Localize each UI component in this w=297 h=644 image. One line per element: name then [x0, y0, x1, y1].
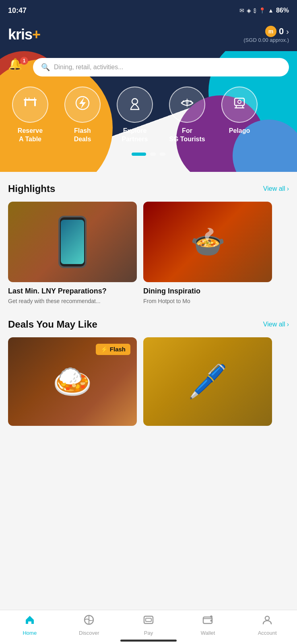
mail-icon: ✉ [239, 7, 244, 14]
pelago-icon [231, 94, 248, 115]
category-label: FlashDeals [74, 127, 91, 144]
category-explore-partners[interactable]: ExplorePartners [113, 87, 157, 144]
category-label: Pelago [229, 127, 250, 135]
logo-plus: + [32, 26, 41, 43]
location-icon: 📍 [259, 7, 266, 14]
view-all-arrow: › [287, 185, 289, 192]
home-icon [24, 614, 35, 628]
home-label: Home [23, 630, 37, 636]
nav-pay[interactable]: Pay [119, 614, 178, 636]
search-icon: 🔍 [41, 63, 50, 72]
status-icons: ✉ ◈ ₿ 📍 ▲ 86% [239, 7, 289, 14]
reserve-table-icon [21, 94, 39, 115]
svg-point-16 [210, 616, 212, 618]
sg-tourists-icon [178, 94, 196, 115]
phone-mockup [58, 216, 87, 268]
deal-card-1[interactable]: 🍛 ⚡ Flash [8, 337, 137, 426]
deals-section: Deals You May Like View all › 🍛 ⚡ Flash … [8, 319, 289, 426]
svg-point-17 [265, 616, 269, 620]
points-row[interactable]: m 0 › [265, 26, 289, 37]
highlight-desc-1: Get ready with these recommendat... [8, 298, 137, 304]
account-icon [262, 614, 273, 628]
svg-rect-13 [146, 618, 151, 621]
nav-home[interactable]: Home [0, 614, 60, 636]
svg-rect-1 [25, 101, 26, 106]
deals-view-all-arrow: › [287, 321, 289, 328]
wallet-label: Wallet [201, 630, 215, 636]
deal-card-2[interactable]: 🖊️ [143, 337, 272, 426]
category-reserve-table[interactable]: ReserveA Table [8, 87, 52, 144]
category-sg-tourists[interactable]: ForSG Tourists [165, 87, 209, 144]
category-circle [221, 87, 258, 123]
points-sgd: (SGD 0.00 approx.) [243, 37, 289, 43]
highlight-image-2: 🍲 [143, 202, 272, 282]
header-right: m 0 › (SGD 0.00 approx.) [243, 26, 289, 43]
deals-row: 🍛 ⚡ Flash 🖊️ [8, 337, 289, 426]
account-label: Account [258, 630, 277, 636]
highlight-card-2[interactable]: 🍲 Dining Inspiratio From Hotpot to Mo [143, 202, 272, 304]
flash-badge-1: ⚡ Flash [96, 344, 130, 355]
phone-screen [61, 220, 84, 264]
highlights-view-all[interactable]: View all › [263, 185, 289, 192]
search-box[interactable]: 🔍 Dining, retail, activities... [33, 58, 289, 76]
battery-text: 86% [276, 7, 289, 14]
highlight-title-1: Last Min. LNY Preparations? [8, 287, 137, 295]
carousel-dots [0, 153, 297, 156]
dot-1[interactable] [132, 153, 146, 156]
home-indicator [120, 640, 177, 642]
highlight-title-2: Dining Inspiratio [143, 287, 272, 295]
category-flash-deals[interactable]: FlashDeals [60, 87, 105, 144]
wallet-icon [202, 614, 214, 628]
crypto-icon: ◈ [247, 7, 251, 14]
flash-lightning-icon: ⚡ [101, 346, 108, 353]
category-circle [169, 87, 205, 123]
pay-label: Pay [144, 630, 153, 636]
notification-button[interactable]: 🔔 1 [8, 58, 27, 77]
discover-icon [83, 614, 95, 628]
category-circle [117, 87, 153, 123]
main-content: Highlights View all › Last Min. LNY Prep… [0, 172, 297, 470]
explore-partners-icon [126, 94, 144, 115]
status-bar: 10:47 ✉ ◈ ₿ 📍 ▲ 86% [0, 0, 297, 21]
nav-discover[interactable]: Discover [60, 614, 119, 636]
discover-label: Discover [79, 630, 99, 636]
points-arrow: › [286, 27, 289, 36]
search-placeholder: Dining, retail, activities... [54, 64, 124, 71]
nav-account[interactable]: Account [237, 614, 297, 636]
category-circle [12, 87, 48, 123]
logo-text: kris [8, 26, 32, 43]
deal-image-2: 🖊️ [143, 337, 272, 426]
svg-rect-2 [34, 101, 36, 106]
category-label: ReserveA Table [18, 127, 43, 144]
highlight-card-1[interactable]: Last Min. LNY Preparations? Get ready wi… [8, 202, 137, 304]
logo: kris + [8, 26, 41, 43]
m-badge: m [265, 26, 276, 37]
points-value: 0 [279, 26, 284, 37]
notification-badge: 1 [20, 57, 28, 65]
highlight-image-1 [8, 202, 137, 282]
svg-rect-8 [235, 98, 244, 105]
dot-2[interactable] [150, 153, 156, 156]
pay-icon [143, 614, 154, 628]
svg-rect-3 [25, 97, 26, 100]
search-row: 🔔 1 🔍 Dining, retail, activities... [0, 51, 297, 87]
deals-title: Deals You May Like [8, 319, 97, 330]
svg-rect-5 [29, 97, 29, 100]
category-pelago[interactable]: Pelago [217, 87, 262, 135]
categories-row: ReserveA Table FlashDeals [0, 87, 297, 144]
category-circle [64, 87, 101, 123]
status-time: 10:47 [8, 6, 27, 15]
dot-3[interactable] [160, 153, 165, 156]
svg-point-15 [210, 620, 212, 622]
category-label: ExplorePartners [122, 127, 148, 144]
highlights-header: Highlights View all › [8, 183, 289, 194]
deals-header: Deals You May Like View all › [8, 319, 289, 330]
deals-view-all[interactable]: View all › [263, 321, 289, 328]
bottom-navigation: Home Discover Pay [0, 610, 297, 644]
category-label: ForSG Tourists [169, 127, 205, 144]
nav-wallet[interactable]: Wallet [178, 614, 238, 636]
app-header: kris + m 0 › (SGD 0.00 approx.) [0, 21, 297, 51]
highlight-desc-2: From Hotpot to Mo [143, 298, 272, 304]
wifi-icon: ▲ [268, 7, 274, 14]
highlights-title: Highlights [8, 183, 55, 194]
